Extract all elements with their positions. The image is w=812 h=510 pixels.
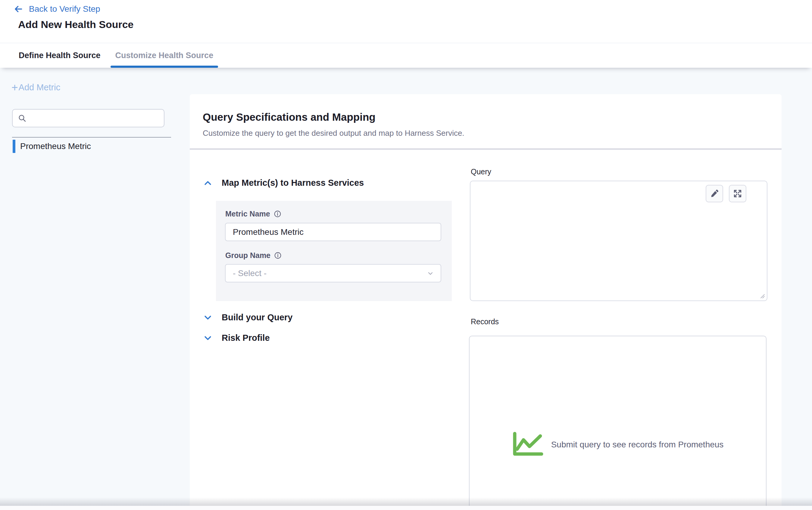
- select-placeholder: - Select -: [233, 269, 266, 278]
- chevron-up-icon: [204, 180, 212, 186]
- search-icon: [18, 114, 27, 123]
- chevron-down-icon: [427, 270, 434, 277]
- pencil-icon: [710, 189, 719, 198]
- panel-divider: [190, 149, 782, 149]
- plus-icon: +: [11, 82, 18, 93]
- records-empty-message: Submit query to see records from Prometh…: [551, 440, 724, 449]
- group-name-label: Group Name: [225, 251, 282, 260]
- panel-subheading: Customize the query to get the desired o…: [203, 128, 464, 138]
- chevron-down-icon: [204, 314, 212, 321]
- expand-query-button[interactable]: [729, 185, 746, 202]
- add-health-source-page: Back to Verify Step Add New Health Sourc…: [0, 0, 812, 510]
- header: Back to Verify Step Add New Health Sourc…: [0, 0, 812, 43]
- sidebar-item-prometheus-metric[interactable]: Prometheus Metric: [13, 140, 91, 153]
- edit-query-button[interactable]: [706, 185, 723, 202]
- back-arrow-icon: [13, 4, 24, 14]
- tab-customize-health-source[interactable]: Customize Health Source: [115, 43, 214, 68]
- sidebar-divider: [12, 137, 171, 138]
- search-input[interactable]: [30, 110, 160, 127]
- info-icon: [274, 252, 282, 259]
- section-title: Build your Query: [222, 312, 292, 323]
- section-title: Risk Profile: [222, 333, 270, 343]
- tab-define-health-source[interactable]: Define Health Source: [18, 43, 101, 68]
- resize-handle[interactable]: [760, 294, 765, 299]
- tab-label: Customize Health Source: [115, 51, 213, 60]
- panel-heading: Query Specifications and Mapping: [203, 111, 376, 123]
- back-link[interactable]: Back to Verify Step: [13, 4, 100, 14]
- map-metrics-card: Metric Name Group Name - Select -: [216, 201, 452, 301]
- metric-search-box[interactable]: [12, 109, 165, 127]
- query-specifications-panel: Query Specifications and Mapping Customi…: [190, 94, 782, 510]
- add-metric-label: Add Metric: [19, 83, 61, 92]
- footer-strip: [0, 506, 812, 510]
- section-header-map-metrics[interactable]: Map Metric(s) to Harness Services: [204, 178, 364, 188]
- metric-name-label: Metric Name: [225, 210, 281, 218]
- tab-bar: Define Health Source Customize Health So…: [0, 43, 812, 68]
- group-name-select[interactable]: - Select -: [225, 264, 441, 282]
- page-title: Add New Health Source: [18, 19, 134, 30]
- info-icon: [274, 210, 281, 218]
- back-link-label: Back to Verify Step: [29, 4, 100, 14]
- chevron-down-icon: [204, 335, 212, 341]
- query-label: Query: [471, 168, 491, 176]
- footer-shadow: [0, 497, 812, 506]
- section-title: Map Metric(s) to Harness Services: [222, 178, 364, 188]
- records-panel: Submit query to see records from Prometh…: [469, 336, 766, 510]
- tab-label: Define Health Source: [19, 51, 100, 60]
- selected-indicator-bar: [13, 140, 16, 153]
- metric-item-label: Prometheus Metric: [20, 142, 91, 151]
- metric-name-input[interactable]: [225, 223, 441, 241]
- query-editor: [470, 181, 767, 301]
- add-metric-button[interactable]: + Add Metric: [11, 82, 60, 93]
- section-header-risk-profile[interactable]: Risk Profile: [204, 333, 270, 343]
- section-header-build-your-query[interactable]: Build your Query: [204, 312, 292, 323]
- fullscreen-icon: [733, 189, 743, 199]
- records-empty-state: Submit query to see records from Prometh…: [469, 431, 766, 458]
- line-chart-icon: [512, 431, 543, 458]
- records-label: Records: [471, 317, 499, 326]
